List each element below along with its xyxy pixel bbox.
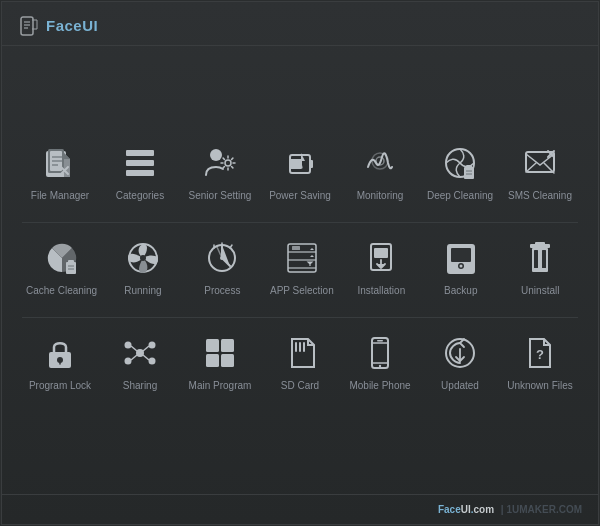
svg-rect-29 [466,165,472,169]
main-program-icon [199,332,241,374]
running-item[interactable]: Running [105,227,180,305]
updated-item[interactable]: Updated [422,322,498,400]
running-label: Running [124,285,161,297]
deep-cleaning-item[interactable]: Deep Cleaning [422,132,498,210]
svg-line-34 [526,163,536,172]
file-manager-item[interactable]: File Manager [22,132,98,210]
app-selection-icon [281,237,323,279]
footer-text: FaceUI.com | 1UMAKER.COM [438,504,582,515]
svg-rect-51 [374,248,388,258]
svg-rect-61 [535,242,545,246]
svg-line-72 [131,355,137,360]
mobile-phone-item[interactable]: Mobile Phone [342,322,418,400]
sms-cleaning-icon [519,142,561,184]
unknown-files-label: Unknown Files [507,380,573,392]
uninstall-icon [519,237,561,279]
file-manager-icon [39,142,81,184]
categories-icon [119,142,161,184]
svg-point-69 [149,358,156,365]
power-saving-label: Power Saving [269,190,331,202]
sharing-item[interactable]: Sharing [102,322,178,400]
svg-rect-60 [542,250,546,268]
svg-line-19 [223,158,224,159]
header: FaceUI [2,2,598,46]
svg-point-67 [149,342,156,349]
svg-line-70 [131,346,137,351]
svg-rect-25 [310,160,313,168]
updated-icon [439,332,481,374]
divider-2 [22,317,578,318]
svg-rect-49 [292,246,300,250]
power-saving-item[interactable]: Power Saving [262,132,338,210]
app-selection-label: APP Selection [270,285,334,297]
senior-setting-icon [199,142,241,184]
running-icon [122,237,164,279]
svg-rect-74 [206,339,219,352]
svg-rect-77 [221,354,234,367]
svg-point-42 [140,255,146,261]
categories-item[interactable]: Categories [102,132,178,210]
app-container: FaceUI File Manager Categories [1,1,599,525]
program-lock-icon [39,332,81,374]
cache-cleaning-icon [41,237,83,279]
main-program-label: Main Program [189,380,252,392]
mobile-phone-icon [359,332,401,374]
svg-line-20 [232,167,233,168]
svg-point-56 [459,265,462,268]
sd-card-item[interactable]: SD Card [262,322,338,400]
uninstall-item[interactable]: Uninstall [503,227,578,305]
divider-1 [22,222,578,223]
main-program-item[interactable]: Main Program [182,322,258,400]
installation-item[interactable]: Installation [344,227,419,305]
monitoring-label: Monitoring [357,190,404,202]
svg-line-71 [143,346,149,351]
icon-row-1: File Manager Categories [22,132,578,210]
sharing-icon [119,332,161,374]
process-item[interactable]: Process [185,227,260,305]
process-label: Process [204,285,240,297]
footer: FaceUI.com | 1UMAKER.COM [2,494,598,524]
backup-label: Backup [444,285,477,297]
backup-icon [440,237,482,279]
power-saving-icon [279,142,321,184]
program-lock-item[interactable]: Program Lock [22,322,98,400]
logo-colored: Face [46,17,82,34]
svg-rect-11 [126,160,154,166]
cache-cleaning-item[interactable]: Cache Cleaning [22,227,101,305]
icon-row-3: Program Lock Sharing [22,322,578,400]
app-selection-item[interactable]: APP Selection [264,227,339,305]
cache-cleaning-label: Cache Cleaning [26,285,97,297]
monitoring-item[interactable]: Monitoring [342,132,418,210]
uninstall-label: Uninstall [521,285,559,297]
deep-cleaning-label: Deep Cleaning [427,190,493,202]
deep-cleaning-icon [439,142,481,184]
svg-point-66 [125,342,132,349]
unknown-files-icon: ? [519,332,561,374]
senior-setting-item[interactable]: Senior Setting [182,132,258,210]
monitoring-icon [359,142,401,184]
svg-line-22 [223,167,224,168]
footer-sub: | 1UMAKER.COM [501,504,582,515]
svg-rect-59 [534,250,538,268]
svg-line-21 [232,158,233,159]
file-manager-label: File Manager [31,190,89,202]
installation-icon [360,237,402,279]
footer-brand: FaceUI.com [438,504,494,515]
logo-icon [18,15,40,37]
svg-line-73 [143,355,149,360]
svg-rect-54 [451,248,471,262]
logo: FaceUI [18,15,98,37]
senior-setting-label: Senior Setting [189,190,252,202]
mobile-phone-label: Mobile Phone [349,380,410,392]
sms-cleaning-item[interactable]: SMS Cleaning [502,132,578,210]
svg-rect-75 [221,339,234,352]
svg-rect-38 [68,260,74,264]
svg-point-84 [379,365,381,367]
sd-card-label: SD Card [281,380,319,392]
svg-rect-0 [21,17,33,35]
sd-card-icon [279,332,321,374]
icon-row-2: Cache Cleaning Running [22,227,578,305]
process-icon [201,237,243,279]
backup-item[interactable]: Backup [423,227,498,305]
unknown-files-item[interactable]: ? Unknown Files [502,322,578,400]
